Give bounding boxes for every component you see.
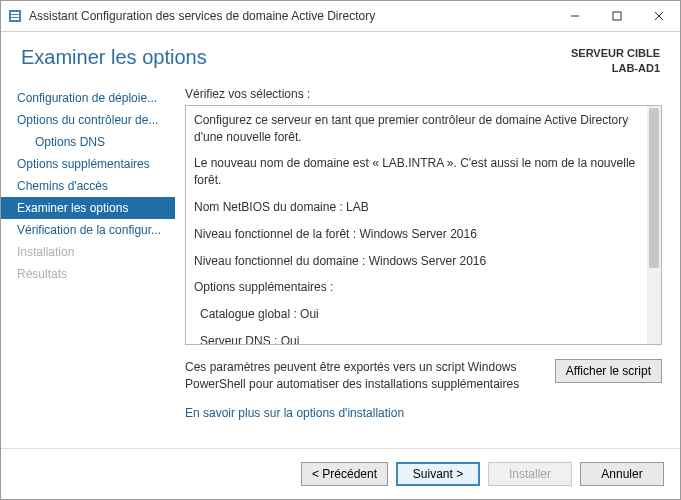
export-row: Ces paramètres peuvent être exportés ver… (185, 359, 662, 393)
maximize-button[interactable] (596, 1, 638, 31)
sidebar-item-review[interactable]: Examiner les options (1, 197, 175, 219)
review-line: Le nouveau nom de domaine est « LAB.INTR… (194, 155, 639, 189)
sidebar-item-label: Options du contrôleur de... (17, 113, 158, 127)
sidebar-item-label: Chemins d'accès (17, 179, 108, 193)
review-line: Catalogue global : Oui (194, 306, 639, 323)
sidebar-item-label: Configuration de déploie... (17, 91, 157, 105)
target-server-label: SERVEUR CIBLE (571, 46, 660, 61)
sidebar-item-label: Résultats (17, 267, 67, 281)
review-text[interactable]: Configurez ce serveur en tant que premie… (186, 106, 647, 344)
sidebar-item-dc-options[interactable]: Options du contrôleur de... (1, 109, 175, 131)
install-button: Installer (488, 462, 572, 486)
export-text: Ces paramètres peuvent être exportés ver… (185, 359, 545, 393)
cancel-button[interactable]: Annuler (580, 462, 664, 486)
sidebar-item-label: Options DNS (35, 135, 105, 149)
review-line: Serveur DNS : Oui (194, 333, 639, 344)
close-button[interactable] (638, 1, 680, 31)
sidebar-item-label: Examiner les options (17, 201, 128, 215)
verify-label: Vérifiez vos sélections : (185, 87, 662, 101)
sidebar-item-prereq[interactable]: Vérification de la configur... (1, 219, 175, 241)
review-scrollbar[interactable] (647, 106, 661, 344)
sidebar-item-install: Installation (1, 241, 175, 263)
review-line: Niveau fonctionnel de la forêt : Windows… (194, 226, 639, 243)
sidebar-item-label: Options supplémentaires (17, 157, 150, 171)
svg-rect-3 (11, 18, 19, 20)
sidebar-item-label: Vérification de la configur... (17, 223, 161, 237)
page-title: Examiner les options (21, 46, 571, 69)
sidebar-item-additional[interactable]: Options supplémentaires (1, 153, 175, 175)
learn-more-link[interactable]: En savoir plus sur la options d'installa… (185, 406, 662, 420)
sidebar-item-dns-options[interactable]: Options DNS (1, 131, 175, 153)
view-script-button[interactable]: Afficher le script (555, 359, 662, 383)
app-icon (7, 8, 23, 24)
target-server-block: SERVEUR CIBLE LAB-AD1 (571, 46, 660, 77)
review-box: Configurez ce serveur en tant que premie… (185, 105, 662, 345)
wizard-window: Assistant Configuration des services de … (0, 0, 681, 500)
minimize-button[interactable] (554, 1, 596, 31)
svg-rect-2 (11, 15, 19, 17)
sidebar: Configuration de déploie...Options du co… (1, 87, 175, 448)
review-line: Options supplémentaires : (194, 279, 639, 296)
footer: < Précédent Suivant > Installer Annuler (1, 448, 680, 499)
svg-rect-5 (613, 12, 621, 20)
previous-button[interactable]: < Précédent (301, 462, 388, 486)
svg-rect-1 (11, 12, 19, 14)
review-line: Niveau fonctionnel du domaine : Windows … (194, 253, 639, 270)
content: Vérifiez vos sélections : Configurez ce … (175, 87, 680, 448)
next-button[interactable]: Suivant > (396, 462, 480, 486)
review-line: Nom NetBIOS du domaine : LAB (194, 199, 639, 216)
header: Examiner les options SERVEUR CIBLE LAB-A… (1, 32, 680, 87)
review-line: Configurez ce serveur en tant que premie… (194, 112, 639, 146)
target-server-value: LAB-AD1 (571, 61, 660, 76)
titlebar: Assistant Configuration des services de … (1, 1, 680, 32)
window-title: Assistant Configuration des services de … (29, 9, 375, 23)
scrollbar-thumb[interactable] (649, 108, 659, 268)
sidebar-item-deployment[interactable]: Configuration de déploie... (1, 87, 175, 109)
sidebar-item-results: Résultats (1, 263, 175, 285)
sidebar-item-label: Installation (17, 245, 74, 259)
sidebar-item-paths[interactable]: Chemins d'accès (1, 175, 175, 197)
body: Configuration de déploie...Options du co… (1, 87, 680, 448)
